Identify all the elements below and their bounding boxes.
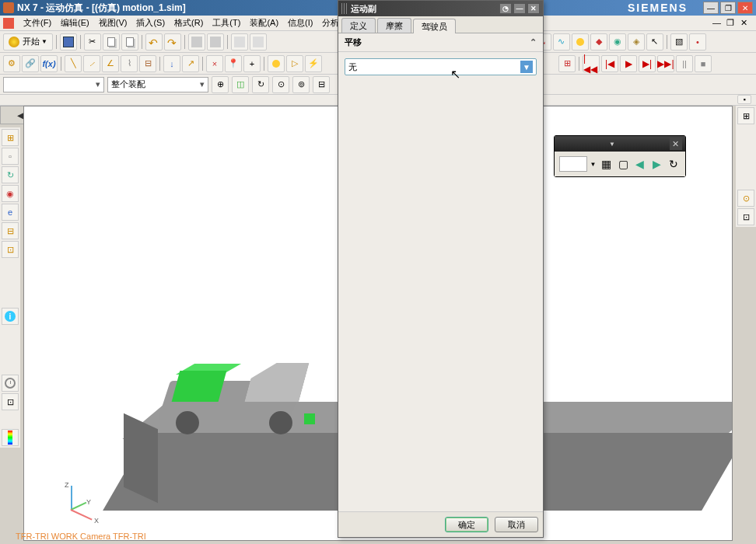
close-button[interactable]: ✕ (737, 2, 753, 14)
select-button[interactable]: ↖ (646, 33, 663, 51)
playback-prev-button[interactable]: |◀ (601, 55, 618, 72)
marker-2-button[interactable]: 📍 (225, 55, 242, 72)
tool-3-button[interactable] (231, 33, 248, 51)
save-button[interactable] (60, 33, 77, 51)
menu-view[interactable]: 视图(V) (94, 16, 132, 30)
tool-5-button[interactable]: ▧ (670, 33, 688, 51)
measure-panel[interactable]: ▼ ✕ ▼ ▦ ▢ ◀ ▶ ↻ (554, 135, 686, 177)
cancel-button[interactable]: 取消 (495, 517, 538, 532)
nav-browser-button[interactable]: e (2, 204, 19, 221)
sketch-1-button[interactable] (572, 33, 589, 51)
translate-type-select[interactable]: 无 ▼ (345, 58, 537, 75)
menu-file[interactable]: 文件(F) (19, 16, 56, 30)
grid-button[interactable]: ⊞ (558, 55, 576, 72)
copy-button[interactable] (103, 33, 120, 51)
contact-button[interactable] (268, 55, 285, 72)
maximize-button[interactable]: ❐ (720, 2, 736, 14)
sketch-3-button[interactable]: ◉ (609, 33, 626, 51)
measure-panel-close[interactable]: ✕ (670, 138, 682, 150)
link-button[interactable]: ⚙ (3, 55, 20, 72)
measure-box-button[interactable]: ▢ (616, 156, 630, 172)
tool-4-button[interactable] (250, 33, 267, 51)
minimize-button[interactable]: — (703, 2, 719, 14)
assembly-combo[interactable]: 整个装配 ▾ (107, 77, 208, 92)
sel-1-button[interactable]: ⊕ (212, 76, 229, 93)
playback-last-button[interactable]: ▶▶| (657, 55, 674, 72)
force-1-button[interactable]: ↓ (163, 55, 180, 72)
measure-next-button[interactable]: ▶ (650, 156, 664, 172)
doc-close-button[interactable]: ✕ (740, 18, 753, 29)
undo-button[interactable] (145, 33, 163, 51)
filter-combo[interactable]: ▾ (3, 77, 104, 92)
force-2-button[interactable]: ↗ (182, 55, 199, 72)
nav-part-button[interactable]: ▫ (2, 148, 19, 165)
nav-reuse-button[interactable]: ↻ (2, 166, 19, 183)
chevron-down-icon[interactable]: ▼ (609, 141, 615, 148)
menu-edit[interactable]: 编辑(E) (56, 16, 94, 30)
right-1-button[interactable]: ⊞ (737, 107, 754, 124)
solve-button[interactable]: ⚡ (305, 55, 322, 72)
measure-field[interactable] (559, 156, 587, 172)
tool-6-button[interactable]: • (689, 33, 706, 51)
nav-system-button[interactable]: ⊡ (2, 241, 19, 258)
measure-panel-title[interactable]: ▼ ✕ (555, 136, 685, 152)
start-button[interactable]: 开始 ▼ (3, 33, 53, 51)
measure-prev-button[interactable]: ◀ (633, 156, 647, 172)
marker-1-button[interactable]: × (206, 55, 223, 72)
nav-misc-button[interactable]: ⊡ (2, 393, 19, 410)
nav-assembly-button[interactable]: ⊞ (2, 129, 19, 146)
redo-button[interactable] (164, 33, 181, 51)
sel-3-button[interactable]: ↻ (252, 76, 269, 93)
nav-history-button[interactable]: ⊟ (2, 222, 19, 239)
menu-info[interactable]: 信息(I) (283, 16, 317, 30)
plus-button[interactable]: + (243, 55, 261, 72)
damper-button[interactable]: ⊟ (139, 55, 156, 72)
constraint-3-button[interactable]: ∠ (102, 55, 119, 72)
playback-next-button[interactable]: ▶| (639, 55, 656, 72)
menu-tools[interactable]: 工具(T) (208, 16, 245, 30)
doc-restore-button[interactable]: ❐ (726, 18, 739, 29)
nav-clock-button[interactable] (2, 375, 19, 392)
chevron-down-icon[interactable]: ▼ (590, 161, 597, 168)
playback-play-button[interactable]: ▶ (620, 55, 637, 72)
sel-5-button[interactable]: ⊚ (292, 76, 310, 93)
sel-2-button[interactable]: ◫ (232, 76, 249, 93)
sensor-button[interactable]: ▷ (286, 55, 303, 72)
playback-stop-button[interactable]: ■ (695, 55, 712, 72)
right-2-button[interactable]: ⊙ (737, 190, 754, 207)
tab-driver[interactable]: 驾驶员 (413, 19, 456, 33)
menu-assembly[interactable]: 装配(A) (245, 16, 283, 30)
tab-define[interactable]: 定义 (341, 18, 376, 33)
measure-grid-button[interactable]: ▦ (600, 156, 614, 172)
nav-hd3d-button[interactable]: ◉ (2, 185, 19, 202)
sketch-2-button[interactable]: ◆ (590, 33, 607, 51)
dialog-minimize-button[interactable]: — (513, 3, 526, 14)
dialog-help-button[interactable]: ◔ (499, 3, 512, 14)
playback-first-button[interactable]: |◀◀ (583, 55, 600, 72)
doc-minimize-button[interactable]: — (712, 18, 725, 29)
tab-friction[interactable]: 摩擦 (377, 18, 411, 33)
right-3-button[interactable]: ⊡ (737, 208, 754, 225)
paste-button[interactable] (121, 33, 138, 51)
nav-palette-button[interactable] (2, 429, 19, 446)
dialog-close-button[interactable]: ✕ (527, 3, 540, 14)
tool-2-button[interactable] (207, 33, 224, 51)
wave-button[interactable]: ∿ (553, 33, 570, 51)
sketch-4-button[interactable]: ◈ (628, 33, 645, 51)
sel-4-button[interactable]: ⊙ (272, 76, 289, 93)
section-translate-header[interactable]: 平移 ⌃ (338, 33, 543, 52)
fx-button[interactable]: f(x) (40, 55, 58, 72)
tool-1-button[interactable] (188, 33, 205, 51)
playback-pause-button[interactable]: || (676, 55, 693, 72)
sel-6-button[interactable]: ⊟ (313, 76, 330, 93)
aux-button[interactable]: ▪ (737, 95, 751, 104)
ok-button[interactable]: 确定 (445, 517, 488, 532)
constraint-1-button[interactable]: ╲ (65, 55, 82, 72)
spring-button[interactable]: ⌇ (121, 55, 138, 72)
menu-format[interactable]: 格式(R) (170, 16, 208, 30)
cut-button[interactable]: ✂ (84, 33, 101, 51)
nav-info-button[interactable]: i (2, 308, 19, 325)
menu-insert[interactable]: 插入(S) (131, 16, 170, 30)
joint-button[interactable]: 🔗 (22, 55, 39, 72)
dialog-title-bar[interactable]: 运动副 ◔ — ✕ (338, 1, 543, 16)
